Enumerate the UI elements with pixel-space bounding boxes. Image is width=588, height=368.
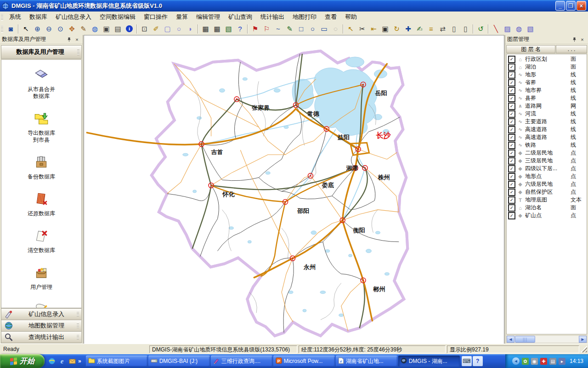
layer-row-高速道路[interactable]: ✓∿高速道路线 bbox=[507, 133, 587, 141]
layer-checkbox[interactable]: ✓ bbox=[508, 126, 515, 133]
layer-checkbox[interactable]: ✓ bbox=[508, 63, 515, 71]
select-rect-icon[interactable]: ▢ bbox=[162, 23, 173, 34]
spatial-query-icon[interactable]: ✐ bbox=[150, 23, 162, 34]
layer-name-column-header[interactable]: 图 层 名 bbox=[506, 45, 555, 53]
nav-item-export-db[interactable]: 导出数据库 到市县 bbox=[28, 111, 55, 144]
layer-row-县界[interactable]: ✓∿县界线 bbox=[507, 94, 587, 102]
layer-checkbox[interactable]: ✓ bbox=[508, 204, 515, 212]
fill-rect-icon[interactable]: ▨ bbox=[502, 23, 513, 34]
export-image-icon[interactable]: ▧ bbox=[223, 23, 234, 34]
close-button[interactable]: × bbox=[577, 1, 586, 11]
layer-row-地市界[interactable]: ✓∿地市界线 bbox=[507, 86, 587, 94]
menu-item-数据库[interactable]: 数据库 bbox=[25, 12, 51, 23]
layer-checkbox[interactable]: ✓ bbox=[508, 103, 515, 110]
layer-row-地形点[interactable]: ✓◆地形点点 bbox=[507, 172, 587, 180]
layer-row-地形[interactable]: ✓∿地形线 bbox=[507, 71, 587, 79]
layer-row-六级居民地[interactable]: ✓◆六级居民地点 bbox=[507, 180, 587, 188]
task-button-powerpoint[interactable]: PMicrosoft Pow... bbox=[273, 356, 335, 367]
nav-item-merge-db[interactable]: 从市县合并 数据库 bbox=[28, 67, 55, 100]
scroll-thumb[interactable]: ||| bbox=[515, 336, 535, 343]
layer-checkbox[interactable]: ✓ bbox=[508, 165, 515, 172]
layer-checkbox[interactable]: ✓ bbox=[508, 87, 515, 94]
menu-item-窗口操作[interactable]: 窗口操作 bbox=[140, 12, 172, 23]
pin-icon[interactable] bbox=[571, 36, 578, 43]
fill-polygon-icon[interactable]: ▧ bbox=[525, 23, 536, 34]
symbol-line-icon[interactable]: ╲ bbox=[490, 23, 502, 34]
layer-checkbox[interactable]: ✓ bbox=[508, 71, 515, 79]
layer-checkbox[interactable]: ✓ bbox=[508, 95, 515, 102]
full-extent-globe-icon[interactable]: ◍ bbox=[89, 23, 101, 34]
layer-row-地理底图[interactable]: ✓T地理底图文本 bbox=[507, 196, 587, 204]
layer-checkbox[interactable]: ✓ bbox=[508, 196, 515, 204]
move-node-icon[interactable]: ⇤ bbox=[368, 23, 379, 34]
layer-panel-hscrollbar[interactable]: ◄ ||| ► bbox=[506, 335, 587, 343]
pan-icon[interactable]: ✥ bbox=[66, 23, 78, 34]
layer-row-自然保护区[interactable]: ✓◆自然保护区点 bbox=[507, 188, 587, 196]
layer-more-column-header[interactable]: . . . bbox=[556, 45, 587, 53]
layer-row-河流[interactable]: ✓∿河流线 bbox=[507, 110, 587, 118]
task-button-pencil[interactable]: 三维行政查询.... bbox=[211, 356, 272, 367]
draw-circle-icon[interactable]: ◌ bbox=[330, 23, 341, 34]
task-button-drive[interactable]: DMGIS-BAI (J:) bbox=[148, 356, 210, 367]
layer-row-湖泊[interactable]: ✓⌂湖泊面 bbox=[507, 63, 587, 71]
print-icon[interactable]: ▦ bbox=[200, 23, 211, 34]
tray-icon-database[interactable]: ▸ bbox=[559, 358, 565, 365]
tray-icon-display[interactable]: ▤ bbox=[549, 358, 556, 365]
layer-panel-close-icon[interactable]: × bbox=[578, 36, 586, 43]
map-window[interactable]: 张家界常德岳阳益阳长沙吉首湘潭株州娄底怀化邵阳衡阳永州郴州 bbox=[84, 35, 504, 344]
task-button-globe[interactable]: DMGIS - 湖南... bbox=[398, 356, 460, 367]
menu-item-编辑管理[interactable]: 编辑管理 bbox=[192, 12, 224, 23]
layer-checkbox[interactable]: ✓ bbox=[508, 118, 515, 126]
nav-group-header[interactable]: 数据库及用户管理 bbox=[1, 45, 82, 59]
snap-icon[interactable]: ⇄ bbox=[437, 23, 448, 34]
layer-checkbox[interactable]: ✓ bbox=[508, 189, 515, 196]
tray-icon-security-shield[interactable]: ✚ bbox=[540, 358, 547, 365]
menu-item-系统[interactable]: 系统 bbox=[5, 12, 25, 23]
move-feature-icon[interactable]: ✚ bbox=[402, 23, 414, 34]
refresh-brush-icon[interactable]: ✎ bbox=[78, 23, 89, 34]
node-add-icon[interactable]: ▯ bbox=[460, 23, 471, 34]
add-point-icon[interactable]: ⚑ bbox=[249, 23, 261, 34]
undo-icon[interactable]: ↺ bbox=[475, 23, 486, 34]
start-button[interactable]: 开始 bbox=[0, 354, 45, 368]
pin-icon[interactable] bbox=[65, 36, 73, 43]
hunan-map-canvas[interactable]: 张家界常德岳阳益阳长沙吉首湘潭株州娄底怀化邵阳衡阳永州郴州 bbox=[84, 35, 504, 344]
select-icon[interactable]: ↖ bbox=[20, 23, 32, 34]
print-setup-icon[interactable]: ▦ bbox=[211, 23, 223, 34]
layer-row-三级居民地[interactable]: ✓◆三级居民地点 bbox=[507, 157, 587, 165]
zoom-in-icon[interactable]: ⊕ bbox=[32, 23, 43, 34]
preview-icon[interactable]: ⊡ bbox=[139, 23, 150, 34]
nav-item-user-mgmt[interactable]: 用户管理 bbox=[30, 265, 52, 291]
task-button-folder[interactable]: 系统截图图片 bbox=[86, 356, 147, 367]
edit-attribute-icon[interactable]: ✍ bbox=[414, 23, 425, 34]
menu-item-矿山查询[interactable]: 矿山查询 bbox=[224, 12, 256, 23]
menu-item-矿山信息录入[interactable]: 矿山信息录入 bbox=[51, 12, 96, 23]
tray-icon-volume[interactable]: ◉ bbox=[531, 358, 538, 365]
tray-collapse-icon[interactable]: ◄ bbox=[512, 357, 520, 365]
menu-item-查看[interactable]: 查看 bbox=[321, 12, 341, 23]
layer-row-湖泊名[interactable]: ✓⌂湖泊名面 bbox=[507, 204, 587, 212]
menu-item-帮助[interactable]: 帮助 bbox=[341, 12, 361, 23]
layer-row-高速道路[interactable]: ✓∿高速道路线 bbox=[507, 126, 587, 133]
layer-checkbox[interactable]: ✓ bbox=[508, 157, 515, 165]
draw-line-icon[interactable]: ~ bbox=[272, 23, 284, 34]
copy-feature-icon[interactable]: ▣ bbox=[379, 23, 391, 34]
nav-item-clear-db[interactable]: 清空数据库 bbox=[28, 228, 55, 254]
menu-item-地图打印[interactable]: 地图打印 bbox=[288, 12, 321, 23]
toolbar-grip[interactable] bbox=[1, 25, 3, 33]
nav-item-backup-db[interactable]: 备份数据库 bbox=[28, 155, 55, 180]
new-map-icon[interactable]: ◙ bbox=[5, 23, 17, 34]
group-bar-query-stat[interactable]: 查询统计输出 bbox=[1, 332, 82, 343]
rotate-feature-icon[interactable]: ↻ bbox=[391, 23, 402, 34]
layer-checkbox[interactable]: ✓ bbox=[508, 79, 515, 86]
tray-icon-antivirus[interactable]: ✿ bbox=[522, 358, 529, 365]
layer-row-主要道路[interactable]: ✓∿主要道路线 bbox=[507, 118, 587, 126]
zoom-extent-icon[interactable]: ⊙ bbox=[55, 23, 66, 34]
layer-checkbox[interactable]: ✓ bbox=[508, 150, 515, 157]
resize-grip[interactable] bbox=[581, 346, 587, 352]
attribute-form-icon[interactable]: ▤ bbox=[112, 23, 124, 34]
task-button-ie-doc[interactable]: e湖南省矿山地... bbox=[336, 356, 397, 367]
add-point-attr-icon[interactable]: ⚐ bbox=[261, 23, 272, 34]
layer-checkbox[interactable]: ✓ bbox=[508, 110, 515, 118]
help-tray-button[interactable]: ? bbox=[473, 356, 483, 366]
